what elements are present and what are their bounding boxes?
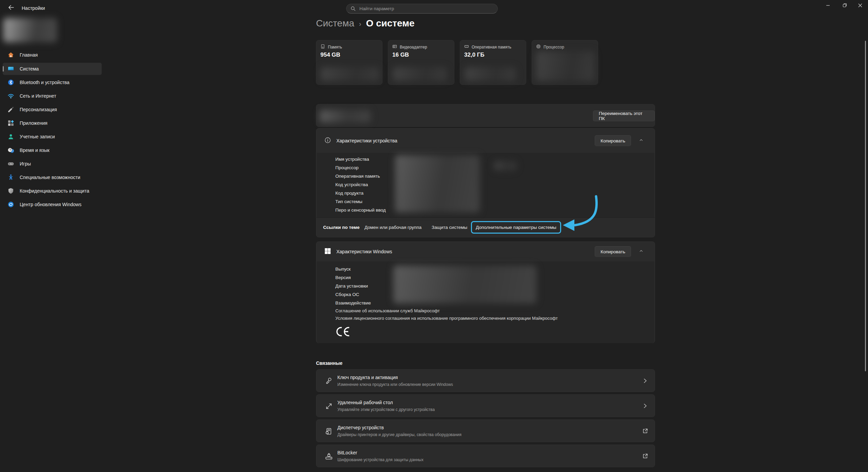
related-item-product-key[interactable]: Ключ продукта и активация Изменение ключ…	[316, 369, 655, 392]
collapse-windows-specs-button[interactable]	[636, 246, 647, 257]
link-domain-or-workgroup[interactable]: Домен или рабочая группа	[364, 225, 421, 230]
sidebar-item-time-language[interactable]: Время и язык	[3, 144, 102, 156]
link-ms-license-terms[interactable]: Условия лицензионного соглашения на испо…	[335, 316, 558, 321]
restore-button[interactable]	[837, 0, 852, 12]
windows-specs-header[interactable]: Характеристики Windows Копировать	[316, 242, 655, 261]
card-value: 954 GB	[320, 52, 340, 58]
section-title: Характеристики Windows	[336, 249, 392, 254]
related-item-remote-desktop[interactable]: Удаленный рабочий стол Управляйте этим у…	[316, 394, 655, 417]
external-link-icon	[642, 428, 649, 434]
related-item-device-manager[interactable]: Диспетчер устройств Драйверы принтеров и…	[316, 419, 655, 442]
sidebar-item-label: Персонализация	[20, 107, 57, 112]
sidebar-item-home[interactable]: Главная	[3, 49, 102, 61]
card-value: 16 GB	[392, 52, 409, 58]
sidebar-item-label: Система	[20, 66, 39, 72]
remote-desktop-icon	[324, 402, 333, 411]
cpu-icon	[536, 44, 541, 50]
copy-windows-specs-button[interactable]: Копировать	[595, 246, 631, 257]
personalization-icon	[7, 106, 14, 113]
breadcrumb-parent[interactable]: Система	[316, 18, 354, 29]
time-language-icon	[7, 147, 14, 154]
redacted-card-detail	[536, 51, 594, 81]
related-item-subtitle: Драйверы принтеров и другие драйверы, св…	[337, 432, 461, 437]
sidebar-item-accounts[interactable]: Учетные записи	[3, 131, 102, 143]
card-label: Память	[328, 45, 342, 50]
sidebar-item-label: Bluetooth и устройства	[20, 80, 70, 85]
sidebar-item-label: Время и язык	[20, 148, 50, 153]
windows-specs-content: Выпуск Версия Дата установки Сборка ОС В…	[317, 261, 654, 343]
sidebar-item-privacy[interactable]: Конфиденциальность и защита	[3, 185, 102, 197]
scrollbar-thumb[interactable]	[865, 41, 866, 371]
breadcrumb: Система › О системе	[316, 16, 415, 31]
sidebar-item-label: Главная	[20, 52, 38, 58]
storage-icon	[320, 44, 325, 50]
sidebar-item-apps[interactable]: Приложения	[3, 117, 102, 129]
home-icon	[7, 52, 14, 58]
redacted-card-detail	[321, 67, 379, 81]
copy-device-specs-button[interactable]: Копировать	[595, 135, 631, 146]
device-manager-icon	[324, 427, 333, 436]
apps-icon	[7, 120, 14, 126]
sidebar-item-label: Специальные возможности	[20, 175, 80, 180]
device-specs-header[interactable]: Характеристики устройства Копировать	[316, 129, 655, 153]
gpu-icon	[392, 44, 397, 50]
related-item-subtitle: Изменение ключа продукта или обновление …	[337, 382, 453, 387]
page-title: О системе	[366, 18, 414, 29]
annotation-arrow-icon	[559, 189, 610, 232]
spec-label: Процессор	[335, 163, 386, 172]
card-label: Видеоадаптер	[400, 45, 427, 50]
close-button[interactable]	[852, 0, 868, 12]
sidebar-item-label: Сеть и Интернет	[20, 93, 56, 99]
app-title: Настройки	[22, 5, 45, 11]
redacted-card-detail	[393, 67, 447, 81]
chevron-up-icon	[639, 249, 644, 255]
minimize-button[interactable]	[820, 0, 836, 12]
related-item-bitlocker[interactable]: BitLocker Шифрование устройства для защи…	[316, 445, 655, 467]
spec-label: Тип системы	[335, 197, 386, 206]
sidebar-item-label: Учетные записи	[20, 134, 55, 139]
link-system-protection[interactable]: Защита системы	[432, 225, 467, 230]
key-icon	[324, 377, 333, 386]
chevron-up-icon	[639, 138, 644, 144]
info-icon	[324, 137, 331, 145]
close-icon	[858, 3, 862, 9]
card-value: 32,0 ГБ	[464, 52, 485, 58]
sidebar-item-label: Приложения	[20, 120, 47, 126]
link-advanced-system-settings-highlighted[interactable]: Дополнительные параметры системы	[471, 221, 561, 234]
redacted-spec-values	[494, 161, 516, 171]
search-box[interactable]	[346, 4, 498, 14]
sidebar-item-network[interactable]: Сеть и Интернет	[3, 90, 102, 102]
spec-label: Код продукта	[335, 189, 386, 197]
sidebar-item-games[interactable]: Игры	[3, 158, 102, 170]
search-input[interactable]	[359, 6, 493, 12]
collapse-device-specs-button[interactable]	[636, 135, 647, 146]
redacted-card-detail	[465, 67, 516, 81]
rename-pc-button[interactable]: Переименовать этот ПК	[593, 111, 655, 121]
card-label: Процессор	[544, 45, 564, 50]
related-item-title: Диспетчер устройств	[337, 425, 384, 430]
bluetooth-icon	[7, 79, 14, 86]
sidebar-item-windows-update[interactable]: Центр обновления Windows	[3, 198, 102, 211]
sidebar-item-label: Конфиденциальность и защита	[20, 188, 89, 194]
sidebar-item-label: Центр обновления Windows	[20, 202, 81, 207]
spec-label: Сборка ОС	[335, 290, 371, 299]
spec-label: Имя устройства	[335, 155, 386, 163]
related-item-title: Ключ продукта и активация	[337, 375, 398, 380]
sidebar-item-system[interactable]: Система	[3, 63, 102, 75]
redacted-account-info	[3, 18, 57, 42]
related-section-title: Связанные	[316, 360, 342, 366]
breadcrumb-separator-icon: ›	[359, 19, 361, 28]
sidebar-item-accessibility[interactable]: Специальные возможности	[3, 171, 102, 183]
system-icon	[7, 65, 14, 72]
windows-update-icon	[7, 201, 14, 208]
privacy-icon	[7, 188, 14, 194]
sidebar-item-bluetooth[interactable]: Bluetooth и устройства	[3, 76, 102, 88]
sidebar: Главная Система Bluetooth и устройства С…	[0, 16, 125, 472]
related-item-title: Удаленный рабочий стол	[337, 400, 393, 405]
back-button[interactable]	[5, 3, 16, 14]
summary-card-storage: Память 954 GB	[316, 40, 382, 85]
summary-card-gpu: Видеоадаптер 16 GB	[388, 40, 454, 85]
windows-specs-labels: Выпуск Версия Дата установки Сборка ОС В…	[335, 265, 371, 307]
link-ms-services-agreement[interactable]: Соглашение об использовании служб Майкро…	[335, 308, 440, 313]
sidebar-item-personalization[interactable]: Персонализация	[3, 103, 102, 116]
